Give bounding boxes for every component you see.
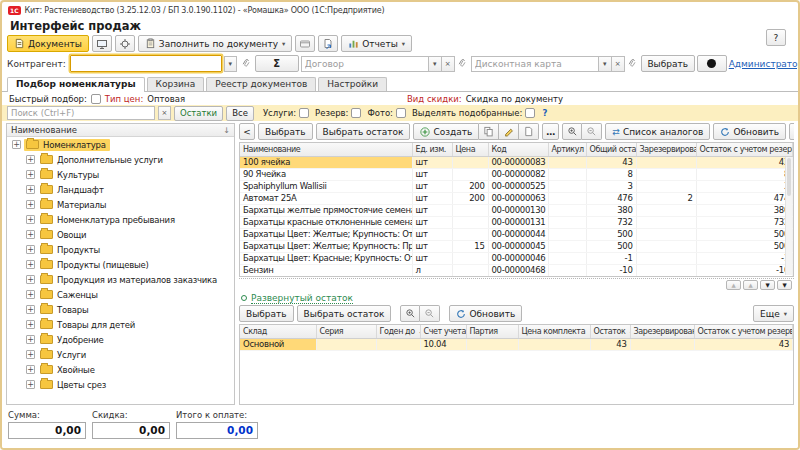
table-cell[interactable]: шт xyxy=(412,180,452,192)
tree-item[interactable]: +Ландшафт xyxy=(7,182,234,197)
expand-icon[interactable]: + xyxy=(26,275,35,284)
expand-icon[interactable]: + xyxy=(26,320,35,329)
table-splitter[interactable]: ▲ ▲ ▼ ▼ xyxy=(239,278,794,291)
table-row[interactable]: Бархатцы Цвет: Красные; Крупность: Откло… xyxy=(240,252,793,264)
move-bottom-button[interactable]: ▼ xyxy=(777,280,792,290)
table-cell[interactable]: -1 xyxy=(586,252,636,264)
table-cell[interactable]: 00-00000063 xyxy=(488,192,548,204)
table-row[interactable]: 90 Ячейкашт00-0000008288 xyxy=(240,168,793,180)
expand-icon[interactable]: + xyxy=(26,290,35,299)
tree-item[interactable]: +Товары для детей xyxy=(7,317,234,332)
table-cell[interactable]: 500 xyxy=(586,240,636,252)
table-cell[interactable] xyxy=(636,264,696,276)
table-cell[interactable] xyxy=(452,156,488,168)
column-header[interactable]: Остаток↓ xyxy=(590,325,630,338)
all-organizations-button[interactable]: … Все организации xyxy=(789,123,794,140)
table-cell[interactable]: Бархатцы Цвет: Желтые; Крупность: Отклон… xyxy=(240,228,412,240)
table-cell[interactable]: 380 xyxy=(696,204,793,216)
table-cell[interactable]: 00-00000082 xyxy=(488,168,548,180)
move-up-button[interactable]: ▲ xyxy=(743,280,758,290)
column-header[interactable]: Ед. изм. xyxy=(412,143,452,156)
expanded-rest-link[interactable]: Развернутый остаток xyxy=(251,293,353,304)
table-cell[interactable] xyxy=(636,156,696,168)
choose-button[interactable]: Выбрать xyxy=(258,123,313,140)
table-cell[interactable]: 00-00000525 xyxy=(488,180,548,192)
table-cell[interactable] xyxy=(548,180,586,192)
table-cell[interactable] xyxy=(548,216,586,228)
zoom-in-button[interactable] xyxy=(400,305,420,322)
documents-button[interactable]: Документы xyxy=(7,35,89,52)
table-cell[interactable] xyxy=(548,240,586,252)
table-cell[interactable]: 43 xyxy=(696,156,793,168)
record-button[interactable] xyxy=(697,55,727,72)
table-cell[interactable] xyxy=(452,228,488,240)
expand-icon[interactable]: + xyxy=(12,140,21,149)
expand-icon[interactable]: + xyxy=(26,230,35,239)
table-cell[interactable]: 732 xyxy=(696,216,793,228)
table-row[interactable]: Основной10.044343 xyxy=(240,338,793,350)
column-header[interactable]: Цена комплекта xyxy=(518,325,590,338)
column-header[interactable]: Код xyxy=(488,143,548,156)
create-button[interactable]: Создать xyxy=(413,123,479,140)
column-header[interactable]: Остаток с учетом резерва xyxy=(694,325,793,338)
choose-card-button[interactable]: Выбрать xyxy=(641,55,695,72)
zoom-out-button[interactable] xyxy=(420,305,440,322)
contract-input[interactable] xyxy=(301,56,429,72)
tree-item[interactable]: +Дополнительные услуги xyxy=(7,152,234,167)
table-cell[interactable]: 500 xyxy=(696,228,793,240)
expand-icon[interactable]: + xyxy=(26,365,35,374)
document-export-button[interactable] xyxy=(318,35,338,52)
column-header[interactable]: Цена xyxy=(452,143,488,156)
sum-field[interactable]: 0,00 xyxy=(8,422,86,439)
table-cell[interactable]: Бархатцы красные отклоненные семена xyxy=(240,216,412,228)
table-row[interactable]: Spahiphyllum Wallisiiшт20000-0000052533 xyxy=(240,180,793,192)
table-cell[interactable]: л xyxy=(412,264,452,276)
table-cell[interactable]: 100 ячейка xyxy=(240,156,412,168)
table-cell[interactable]: Бархатцы желтые прямостоячие семена xyxy=(240,204,412,216)
table-cell[interactable]: 2 xyxy=(636,192,696,204)
table-row[interactable]: Бархатцы красные отклоненные семенашт00-… xyxy=(240,216,793,228)
discount-kind-value[interactable]: Скидка по документу xyxy=(466,94,563,104)
table-cell[interactable]: 380 xyxy=(586,204,636,216)
table-cell[interactable]: Основной xyxy=(240,338,316,350)
tree-item[interactable]: +Продукты xyxy=(7,242,234,257)
tree-column-header[interactable]: Наименование ↓ xyxy=(7,124,234,137)
table-cell[interactable]: шт xyxy=(412,216,452,228)
table-cell[interactable]: -10 xyxy=(586,264,636,276)
table-cell[interactable]: 476 xyxy=(586,192,636,204)
edit-button[interactable] xyxy=(499,123,519,140)
copy-button[interactable] xyxy=(479,123,499,140)
discount-card-clear-button[interactable]: × xyxy=(612,56,625,72)
column-header[interactable]: Партия xyxy=(466,325,518,338)
refresh-button[interactable]: Обновить xyxy=(713,123,786,140)
contract-dropdown-button[interactable]: ▾ xyxy=(429,56,442,72)
choose-rest-button[interactable]: Выбрать остаток xyxy=(297,305,392,322)
table-row[interactable]: Автомат 25Ашт20000-000000634762474 xyxy=(240,192,793,204)
table-cell[interactable] xyxy=(636,252,696,264)
table-cell[interactable]: 00-00000083 xyxy=(488,156,548,168)
expand-icon[interactable]: + xyxy=(26,155,35,164)
column-header[interactable]: Серия xyxy=(316,325,376,338)
choose-button[interactable]: Выбрать xyxy=(239,305,294,322)
sum-sigma-button[interactable]: Σ xyxy=(255,55,299,72)
expand-icon[interactable]: + xyxy=(26,215,35,224)
table-cell[interactable] xyxy=(636,240,696,252)
table-row[interactable]: Бензинл00-00000468-10-10 xyxy=(240,264,793,276)
table-cell[interactable]: 00-00000130 xyxy=(488,204,548,216)
table-row[interactable]: 100 ячейкашт00-000000834343 xyxy=(240,156,793,168)
tree-item[interactable]: +Продукция из материалов заказчика xyxy=(7,272,234,287)
table-cell[interactable]: 500 xyxy=(696,240,793,252)
column-header[interactable]: Зарезервировано xyxy=(636,143,696,156)
paperclip-icon[interactable] xyxy=(457,58,467,70)
table-cell[interactable]: 200 xyxy=(452,192,488,204)
current-user-link[interactable]: Администратор xyxy=(729,59,800,69)
back-button[interactable]: < xyxy=(239,123,255,140)
column-header[interactable]: Артикул xyxy=(548,143,586,156)
search-input[interactable] xyxy=(7,106,155,120)
tab-settings[interactable]: Настройки xyxy=(318,77,387,91)
fill-by-document-button[interactable]: Заполнить по документу ▾ xyxy=(138,35,292,52)
table-cell[interactable] xyxy=(548,192,586,204)
table-cell[interactable] xyxy=(548,168,586,180)
table-cell[interactable]: 43 xyxy=(694,338,793,350)
table-cell[interactable]: 00-00000131 xyxy=(488,216,548,228)
